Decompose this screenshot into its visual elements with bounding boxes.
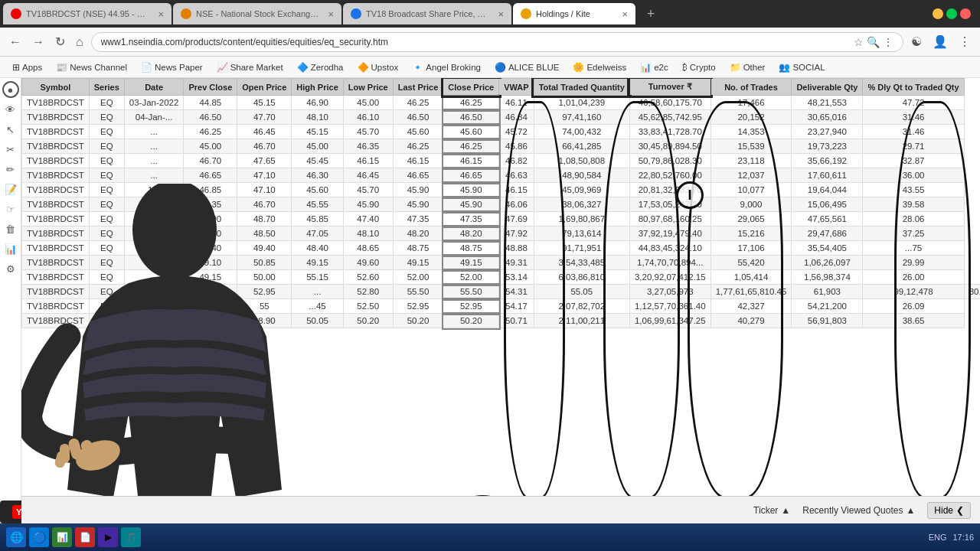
cell-1-13: 30,65,016 <box>792 110 863 125</box>
bookmark-angel[interactable]: 🔹 Angel Broking <box>406 60 487 74</box>
bookmark-e2c[interactable]: 📊 e2c <box>634 60 675 74</box>
address-bar[interactable]: www1.nseindia.com/products/content/equit… <box>91 32 903 52</box>
cell-3-4: 46.70 <box>237 139 292 154</box>
cell-8-6: 47.40 <box>343 212 393 227</box>
tab-nse[interactable]: NSE - National Stock Exchange o... × <box>173 3 341 24</box>
minimize-button[interactable] <box>933 8 943 19</box>
cell-1-1: EQ <box>89 110 124 125</box>
sidebar-icon-pencil[interactable]: 📝 <box>2 181 19 197</box>
bookmark-alice-blue[interactable]: 🔵 ALICE BLUE <box>488 60 565 74</box>
table-row: TV18BRDCSTEQ1...46.8547.1045.6045.7045.9… <box>22 183 981 197</box>
tab-close-2[interactable]: × <box>328 8 334 20</box>
cell-14-8: 52.95 <box>443 299 499 314</box>
maximize-button[interactable] <box>946 8 957 19</box>
forward-button[interactable]: → <box>29 34 47 51</box>
sidebar-icon-edit[interactable]: ✏ <box>2 161 19 178</box>
angel-icon: 🔹 <box>412 62 423 73</box>
cell-11-1: EQ <box>89 256 124 270</box>
bookmark-other[interactable]: 📁 Other <box>724 60 772 74</box>
cell-15-7: 50.20 <box>393 314 443 328</box>
table-row: TV18BRDCSTEQ...52.0052.95...52.8055.5055… <box>22 285 981 299</box>
cell-0-2: 03-Jan-2022 <box>124 96 184 110</box>
cell-8-10: 1,69,80,867 <box>534 212 629 227</box>
table-row: TV18BRDCSTEQ...47.3048.5047.0548.1048.20… <box>22 227 981 241</box>
taskbar-pdf-icon[interactable]: 📄 <box>75 527 95 547</box>
reload-button[interactable]: ↻ <box>52 33 68 51</box>
cell-1-11: 45,62,85,742.95 <box>629 110 710 125</box>
cell-12-0: TV18BRDCST <box>22 270 90 285</box>
home-button[interactable]: ⌂ <box>73 34 87 51</box>
extensions-button[interactable]: ☯ <box>908 33 925 51</box>
tab-tv18-kite[interactable]: TV18BRDCST (NSE) 44.95 - Kite × <box>3 3 172 24</box>
col-turnover: Turnover ₹ <box>629 79 710 96</box>
bookmark-zerodha-label: Zerodha <box>311 63 344 72</box>
taskbar-browser-icon[interactable]: 🌐 <box>6 527 26 547</box>
sidebar-icon-chart[interactable]: 📊 <box>2 240 19 257</box>
cell-0-5: 46.90 <box>292 96 343 110</box>
cell-15-1: EQ <box>89 314 124 328</box>
hide-button[interactable]: Hide ❮ <box>927 502 971 519</box>
bookmark-icon[interactable]: ☆ <box>854 36 864 48</box>
taskbar-excel-icon[interactable]: 📊 <box>52 527 72 547</box>
tab-close-4[interactable]: × <box>622 8 628 20</box>
col-symbol: Symbol <box>22 79 90 96</box>
bookmark-edelweiss-label: Edelweiss <box>586 63 626 72</box>
settings-icon[interactable]: ⋮ <box>883 36 893 48</box>
ticker-item[interactable]: Ticker ▲ <box>753 505 790 516</box>
address-icons: ☆ 🔍 ⋮ <box>854 36 893 48</box>
cell-15-6: 50.20 <box>343 314 393 328</box>
cell-7-10: 38,06,327 <box>534 197 629 212</box>
cell-14-14: 26.09 <box>863 299 964 314</box>
cell-14-1: EQ <box>89 299 124 314</box>
cell-9-8: 48.20 <box>443 227 499 241</box>
close-button[interactable] <box>960 8 971 19</box>
menu-button[interactable]: ⋮ <box>956 33 974 51</box>
cell-10-4: 49.40 <box>237 241 292 256</box>
taskbar-music-icon[interactable]: 🎵 <box>121 527 141 547</box>
sidebar-icon-cursor[interactable]: ↖ <box>2 121 19 138</box>
cell-1-8: 46.50 <box>443 110 499 125</box>
cell-8-13: 47,65,561 <box>792 212 863 227</box>
new-tab-button[interactable]: + <box>640 3 662 24</box>
sidebar-icon-filter[interactable]: ⚙ <box>2 260 19 277</box>
sidebar-icon-hand[interactable]: ☞ <box>2 201 19 217</box>
tab-holdings-kite[interactable]: Holdings / Kite × <box>513 3 635 24</box>
tab-tv18-share[interactable]: TV18 Broadcast Share Price, TV1... × <box>343 3 511 24</box>
bookmark-news-channel[interactable]: 📰 News Channel <box>50 60 133 74</box>
info-circle: I <box>676 181 704 209</box>
cell-12-13: 1,56,98,374 <box>792 270 863 285</box>
cell-1-3: 46.50 <box>184 110 237 125</box>
col-total-traded-qty: Total Traded Quantity <box>534 79 629 96</box>
cell-12-14: 26.00 <box>863 270 964 285</box>
cell-9-13: 29,47,686 <box>792 227 863 241</box>
sidebar-icon-eye[interactable]: 👁 <box>2 101 19 118</box>
back-button[interactable]: ← <box>6 34 24 51</box>
cell-5-5: 46.30 <box>292 168 343 183</box>
tab-close-3[interactable]: × <box>498 8 504 20</box>
bookmark-zerodha[interactable]: 🔷 Zerodha <box>291 60 350 74</box>
cell-1-7: 46.50 <box>393 110 443 125</box>
cell-0-9: 46.11 <box>499 96 534 110</box>
bookmark-apps[interactable]: ⊞ Apps <box>6 60 48 74</box>
cell-10-2: ...20 <box>124 241 184 256</box>
bookmark-upstox[interactable]: 🔶 Upstox <box>351 60 405 74</box>
cell-4-3: 46.70 <box>184 154 237 168</box>
bookmark-edelweiss[interactable]: 🌼 Edelweiss <box>567 60 632 74</box>
taskbar-video-icon[interactable]: ▶ <box>98 527 118 547</box>
table-scroll[interactable]: Symbol Series Date Prev Close Open Price… <box>21 78 980 523</box>
sidebar-icon-scissors[interactable]: ✂ <box>2 141 19 158</box>
profile-button[interactable]: 👤 <box>929 33 951 51</box>
bookmark-crypto[interactable]: ₿ Crypto <box>676 60 722 74</box>
bookmark-social[interactable]: 👥 SOCIAL <box>773 60 831 74</box>
sidebar-icon-circle[interactable]: ● <box>2 81 19 98</box>
recently-viewed-item[interactable]: Recently Viewed Quotes ▲ <box>802 505 915 516</box>
other-icon: 📁 <box>730 62 741 73</box>
bookmark-sharemarket[interactable]: 📈 Share Market <box>211 60 289 74</box>
social-icon: 👥 <box>779 62 790 73</box>
sidebar-icon-trash[interactable]: 🗑 <box>2 220 19 237</box>
zoom-icon[interactable]: 🔍 <box>867 36 880 48</box>
bookmark-newspaper[interactable]: 📄 News Paper <box>135 60 209 74</box>
taskbar-ie-icon[interactable]: 🔵 <box>29 527 49 547</box>
tab-close-1[interactable]: × <box>158 8 164 20</box>
col-close-price: Close Price <box>443 79 499 96</box>
